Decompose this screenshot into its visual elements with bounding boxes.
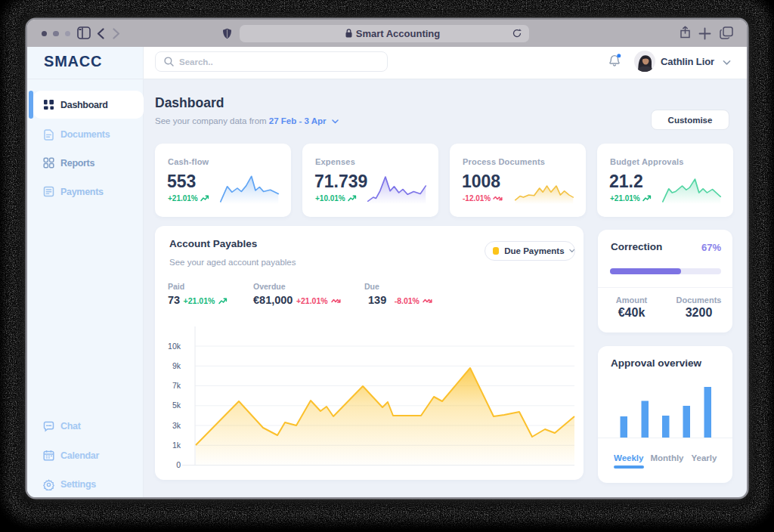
svg-text:9k: 9k [172,361,181,370]
svg-text:3k: 3k [172,421,181,430]
svg-text:5k: 5k [172,401,181,410]
svg-text:1k: 1k [172,441,181,450]
svg-text:7k: 7k [172,381,181,390]
svg-text:10k: 10k [168,342,181,351]
svg-text:0: 0 [176,460,181,469]
